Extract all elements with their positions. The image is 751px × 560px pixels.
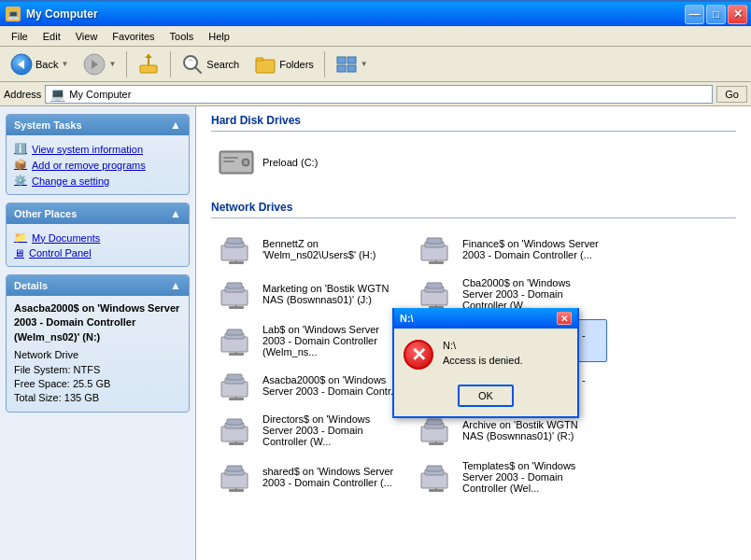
search-label: Search <box>206 59 239 70</box>
address-label: Address <box>4 89 41 100</box>
drive-finance[interactable]: Finance$ on 'Windows Server 2003 - Domai… <box>411 230 607 269</box>
menu-file[interactable]: File <box>4 29 35 44</box>
svg-rect-66 <box>229 442 244 445</box>
window-title: My Computer <box>26 7 98 21</box>
search-button[interactable]: Search <box>175 49 246 79</box>
details-header[interactable]: Details ▲ <box>7 275 189 296</box>
my-documents-link[interactable]: 📁 My Documents <box>14 230 181 245</box>
dialog-ok-button[interactable]: OK <box>458 385 514 407</box>
other-places-label: Other Places <box>14 208 77 219</box>
drive-h[interactable]: BennettZ on 'Welm_ns02\Users$' (H:) <box>211 230 407 269</box>
drive-marketing[interactable]: Marketing on 'Bostik WGTN NAS (Boswnnas0… <box>211 273 407 315</box>
view-system-info-label: View system information <box>32 144 143 155</box>
svg-rect-15 <box>347 65 356 72</box>
menu-help[interactable]: Help <box>201 29 237 44</box>
drive-shared[interactable]: shared$ on 'Windows Server 2003 - Domain… <box>211 455 407 498</box>
hard-disk-grid: Preload (C:) <box>211 139 736 186</box>
view-icon <box>335 53 358 76</box>
drive-lab[interactable]: Lab$ on 'Windows Server 2003 - Domain Co… <box>211 319 407 362</box>
back-button[interactable]: Back ▼ <box>4 49 75 79</box>
maximize-button[interactable]: □ <box>706 5 726 24</box>
svg-rect-31 <box>429 261 444 264</box>
network-drive-icon-9 <box>418 415 455 445</box>
other-places-content: 📁 My Documents 🖥 Control Panel <box>7 224 189 266</box>
view-system-info-link[interactable]: ℹ️ View system information <box>14 141 181 157</box>
dialog-path: N:\ <box>443 340 523 351</box>
drive-templates[interactable]: Templates$ on 'Windows Server 2003 - Dom… <box>411 455 607 498</box>
control-panel-link[interactable]: 🖥 Control Panel <box>14 245 181 260</box>
network-drive-icon-11 <box>418 462 455 492</box>
svg-rect-34 <box>227 283 242 288</box>
window-icon: 💻 <box>6 7 21 21</box>
search-icon <box>181 53 204 76</box>
system-tasks-collapse-icon: ▲ <box>170 119 181 132</box>
address-value: My Computer <box>69 89 131 100</box>
drive-directors-label: Directors$ on 'Windows Server 2003 - Dom… <box>262 413 401 447</box>
my-documents-icon: 📁 <box>14 231 27 244</box>
dialog-title-bar: N:\ ✕ <box>394 308 577 329</box>
folders-button[interactable]: Folders <box>248 49 320 79</box>
dialog-message: Access is denied. <box>443 355 523 366</box>
title-bar-buttons: — □ ✕ <box>685 5 747 24</box>
details-section: Details ▲ Asacba2000$ on 'Windows Server… <box>6 274 190 413</box>
drive-marketing-label: Marketing on 'Bostik WGTN NAS (Boswnnas0… <box>262 283 401 305</box>
other-places-section: Other Places ▲ 📁 My Documents 🖥 Control … <box>6 203 190 267</box>
details-label: Details <box>14 280 48 291</box>
network-drive-icon-10 <box>218 462 255 492</box>
close-button[interactable]: ✕ <box>728 5 747 24</box>
details-filesystem: File System: NTFS <box>14 363 181 377</box>
forward-arrow: ▼ <box>108 60 116 68</box>
forward-button[interactable]: ▼ <box>77 49 122 79</box>
go-button[interactable]: Go <box>716 86 747 103</box>
svg-rect-24 <box>227 238 242 244</box>
drive-asacba[interactable]: Asacba2000$ on 'Windows Server 2003 - Do… <box>211 366 407 405</box>
system-tasks-header[interactable]: System Tasks ▲ <box>7 115 189 135</box>
add-remove-programs-link[interactable]: 📦 Add or remove programs <box>14 157 181 173</box>
view-arrow: ▼ <box>361 60 368 68</box>
toolbar-sep-2 <box>170 51 171 77</box>
programs-icon: 📦 <box>14 159 27 171</box>
folders-up-button[interactable] <box>131 49 166 79</box>
hard-disk-label: Hard Disk Drives <box>211 114 736 132</box>
svg-rect-71 <box>429 442 444 445</box>
drive-c[interactable]: Preload (C:) <box>211 143 407 182</box>
svg-rect-4 <box>140 65 157 73</box>
main-layout: System Tasks ▲ ℹ️ View system informatio… <box>0 106 751 560</box>
svg-rect-21 <box>223 161 234 162</box>
svg-rect-56 <box>229 398 244 400</box>
network-drive-icon-0 <box>218 234 255 264</box>
control-panel-icon: 🖥 <box>14 247 24 259</box>
other-places-header[interactable]: Other Places ▲ <box>7 203 189 224</box>
forward-icon <box>83 53 106 76</box>
setting-icon: ⚙️ <box>14 175 27 187</box>
drive-finance-label: Finance$ on 'Windows Server 2003 - Domai… <box>462 238 601 260</box>
svg-rect-20 <box>223 157 238 159</box>
dialog-title-text: N:\ <box>400 313 414 324</box>
svg-rect-46 <box>229 353 244 356</box>
menu-tools[interactable]: Tools <box>163 29 202 44</box>
toolbar-sep-1 <box>126 51 127 77</box>
svg-rect-69 <box>427 419 442 425</box>
left-panel: System Tasks ▲ ℹ️ View system informatio… <box>0 106 196 560</box>
drive-c-label: Preload (C:) <box>262 157 318 168</box>
svg-rect-76 <box>229 489 244 492</box>
change-setting-label: Change a setting <box>32 175 109 187</box>
minimize-button[interactable]: — <box>685 5 704 24</box>
system-tasks-section: System Tasks ▲ ℹ️ View system informatio… <box>6 114 190 195</box>
svg-rect-39 <box>427 283 442 288</box>
dialog-close-button[interactable]: ✕ <box>557 312 572 325</box>
back-icon <box>10 53 33 76</box>
menu-view[interactable]: View <box>68 29 106 44</box>
change-setting-link[interactable]: ⚙️ Change a setting <box>14 173 181 189</box>
hdd-icon <box>218 147 255 177</box>
address-input[interactable]: 💻 My Computer <box>45 85 713 104</box>
svg-rect-11 <box>256 58 263 61</box>
title-bar-left: 💻 My Computer <box>6 7 98 21</box>
view-button[interactable]: ▼ <box>329 49 375 79</box>
menu-favorites[interactable]: Favorites <box>105 29 162 44</box>
drive-directors[interactable]: Directors$ on 'Windows Server 2003 - Dom… <box>211 409 407 452</box>
menu-edit[interactable]: Edit <box>35 29 68 44</box>
svg-point-19 <box>244 161 248 164</box>
svg-rect-36 <box>229 306 244 309</box>
details-drive-name: Asacba2000$ on 'Windows Server 2003 - Do… <box>14 301 181 344</box>
